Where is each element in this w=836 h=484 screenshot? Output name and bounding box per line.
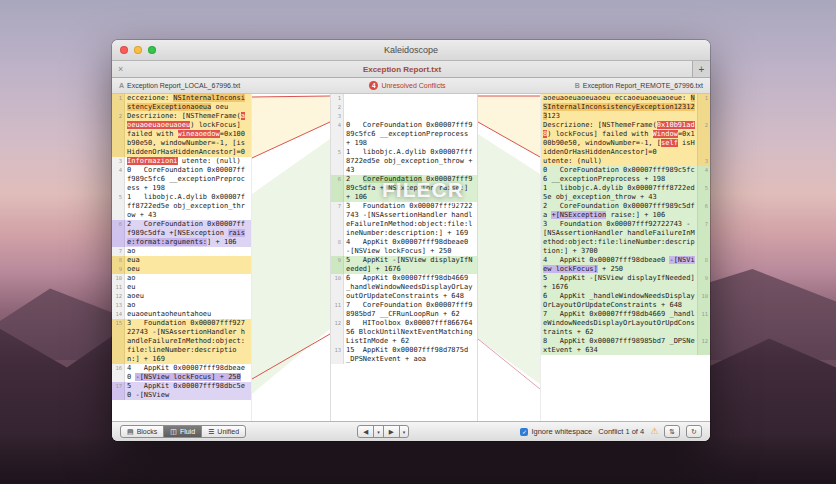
code-line[interactable]: 3 [331, 112, 477, 121]
code-line[interactable]: 117 AppKit 0x00007fff98db4669 _handleWin… [541, 310, 710, 337]
code-line[interactable]: 12aoeu [112, 292, 251, 301]
line-text: utente: (null) [541, 157, 697, 166]
code-line[interactable]: 40 CoreFoundation 0x00007fff989c5fc6 __e… [331, 121, 477, 148]
code-line[interactable]: 1eccezione: NSInternalInconsistencyExcep… [112, 94, 251, 112]
unified-icon: ☰ [208, 428, 214, 436]
line-text: 5 AppKit -[NSView displayIfNeeded] + 167… [344, 256, 477, 274]
code-line[interactable]: 128 HIToolbox 0x00007fff86676456 BlockUn… [331, 319, 477, 346]
conflict-nav-button[interactable]: ⇅ [664, 425, 680, 438]
next-change-dropdown[interactable]: ▾ [400, 426, 409, 437]
code-line[interactable]: 11eu [112, 283, 251, 292]
close-tab-icon[interactable]: × [118, 65, 123, 74]
line-text: Descrizione: [NSThemeFrame(aoeuaoeuaoeua… [125, 112, 251, 157]
checkbox-check-icon: ✓ [520, 428, 528, 436]
line-text: 4 AppKit 0x00007fff98dbeae0 -[NSView loc… [344, 238, 477, 256]
code-line[interactable]: 2 [331, 103, 477, 112]
file-a-header[interactable]: A Exception Report_LOCAL_67996.txt [119, 82, 240, 89]
view-mode-unified[interactable]: ☰ Unified [202, 426, 245, 437]
code-line[interactable]: 153 Foundation 0x00007fff92722743 -[NSAs… [112, 319, 251, 364]
code-line[interactable]: 62 CoreFoundation 0x00007fff989c5dfa +[N… [112, 220, 251, 247]
line-number: 13 [331, 346, 344, 364]
line-number: 12 [112, 292, 125, 301]
previous-change-dropdown[interactable]: ▾ [374, 426, 384, 437]
line-text: aoeuaoeuaoeuaoeu eccaoeuaoeuaoeue: NSInt… [541, 94, 697, 121]
conflicts-indicator[interactable]: 4 Unresolved Conflicts [369, 81, 445, 90]
code-line[interactable]: 62 CoreFoundation 0x00007fff989c5dfa +[N… [541, 202, 710, 220]
view-mode-fluid[interactable]: ◫ Fluid [164, 426, 202, 437]
line-number: 4 [112, 166, 125, 193]
code-line[interactable]: 95 AppKit -[NSView displayIfNeeded] + 16… [331, 256, 477, 274]
file-b-header[interactable]: B Exception Report_REMOTE_67996.txt [575, 82, 703, 89]
line-text: ao [125, 301, 251, 310]
code-line[interactable]: 10ao [112, 274, 251, 283]
file-b-name: Exception Report_REMOTE_67996.txt [583, 82, 703, 89]
pane-merged[interactable]: 1 2 3 40 CoreFoundation 0x00007fff989c5f… [330, 94, 478, 421]
zoom-window-button[interactable] [148, 46, 156, 54]
view-mode-blocks[interactable]: ▤ Blocks [121, 426, 164, 437]
code-line[interactable]: 51 libobjc.A.dylib 0x00007fff8722ed5e ob… [331, 148, 477, 175]
pane-a[interactable]: 1eccezione: NSInternalInconsistencyExcep… [112, 94, 252, 421]
code-line[interactable]: 164 AppKit 0x00007fff98dbeae0 -[NSView l… [112, 364, 251, 382]
next-change-icon: ▶ [389, 428, 394, 436]
code-line[interactable]: 1aoeuaoeuaoeuaoeu eccaoeuaoeuaoeue: NSIn… [541, 94, 710, 121]
code-line[interactable]: 73 Foundation 0x00007fff92722743 -[NSAss… [541, 220, 710, 256]
line-text: ao [125, 274, 251, 283]
previous-change-button[interactable]: ◀ [358, 426, 374, 437]
change-navigation-group: ◀ ▾ ▶ ▾ [357, 425, 409, 438]
code-line[interactable]: 40 CoreFoundation 0x00007fff989c5fc6 __e… [112, 166, 251, 193]
line-text: aoeu [125, 292, 251, 301]
code-line[interactable]: 2Descrizione: [NSThemeFrame(0x10b91ad8) … [541, 121, 710, 157]
code-line[interactable]: 62 CoreFoundation 0x00007fff989c5dfa +[N… [331, 175, 477, 202]
code-line[interactable]: 40 CoreFoundation 0x00007fff989c5fc6 __e… [541, 166, 710, 184]
code-line[interactable]: 1 [331, 94, 477, 103]
line-number: 10 [112, 274, 125, 283]
code-line[interactable]: 117 CoreFoundation 0x00007fff98985bd7 __… [331, 301, 477, 319]
line-text: eu [125, 283, 251, 292]
code-line[interactable]: 73 Foundation 0x00007fff92722743 -[NSAss… [331, 202, 477, 238]
line-number: 7 [697, 220, 710, 256]
pane-b[interactable]: 1aoeuaoeuaoeuaoeu eccaoeuaoeuaoeue: NSIn… [540, 94, 710, 421]
code-line[interactable]: 84 AppKit 0x00007fff98dbeae0 -[NSView lo… [331, 238, 477, 256]
code-line[interactable]: 13ao [112, 301, 251, 310]
code-line[interactable]: 51 libobjc.A.dylib 0x00007fff8722ed5e ob… [541, 184, 710, 202]
code-line[interactable]: 106 AppKit _handleWindowNeedsDisplayOrLa… [541, 292, 710, 310]
code-line[interactable]: 9oeu [112, 265, 251, 274]
bottom-toolbar: ▤ Blocks ◫ Fluid ☰ Unified ◀ ▾ [112, 421, 710, 441]
tab-exception-report[interactable]: × Exception Report.txt [112, 61, 692, 77]
minimize-window-button[interactable] [134, 46, 142, 54]
line-text: 5 AppKit 0x00007fff98dbc5e0 -[NSView [125, 382, 251, 400]
code-line[interactable]: 3utente: (null) [541, 157, 710, 166]
code-line[interactable]: 7ao [112, 247, 251, 256]
code-line[interactable]: 8eua [112, 256, 251, 265]
view-mode-blocks-label: Blocks [137, 428, 158, 435]
line-number: 2 [112, 112, 125, 157]
line-number: 3 [697, 157, 710, 166]
conflicts-label: Unresolved Conflicts [381, 82, 445, 89]
code-line[interactable]: 84 AppKit 0x00007fff98dbeae0 -[NSView lo… [541, 256, 710, 274]
next-change-button[interactable]: ▶ [384, 426, 400, 437]
line-text: 2 CoreFoundation 0x00007fff989c5dfa +[NS… [344, 175, 477, 202]
connector-right-lines [478, 94, 540, 421]
code-line[interactable]: 106 AppKit 0x00007fff98db4669 _handleWin… [331, 274, 477, 301]
code-line[interactable]: 1315 AppKit 0x00007fff98d7875d _DPSNextE… [331, 346, 477, 364]
line-number: 11 [112, 283, 125, 292]
arrows-up-down-icon: ⇅ [669, 428, 675, 436]
code-line[interactable]: 14euaoeuntaoheuntahoeu [112, 310, 251, 319]
line-text: 6 AppKit 0x00007fff98db4669 _handleWindo… [344, 274, 477, 301]
foreground-ridge [0, 434, 836, 484]
code-line[interactable]: 95 AppKit -[NSView displayIfNeeded] + 16… [541, 274, 710, 292]
line-number: 14 [112, 310, 125, 319]
add-tab-button[interactable]: + [692, 61, 710, 77]
title-bar[interactable]: Kaleidoscope [112, 40, 710, 61]
line-number: 6 [697, 202, 710, 220]
line-text: 15 AppKit 0x00007fff98d7875d _DPSNextEve… [344, 346, 477, 364]
ignore-whitespace-checkbox[interactable]: ✓ Ignore whitespace [520, 427, 592, 436]
code-line[interactable]: 2Descrizione: [NSThemeFrame(aoeuaoeuaoeu… [112, 112, 251, 157]
refresh-comparison-button[interactable]: ↻ [686, 425, 702, 438]
code-line[interactable]: 128 AppKit 0x00007fff98985bd7 _DPSNextEv… [541, 337, 710, 355]
diff-content: 1eccezione: NSInternalInconsistencyExcep… [112, 94, 710, 421]
code-line[interactable]: 51 libobjc.A.dylib 0x00007fff8722ed5e ob… [112, 193, 251, 220]
code-line[interactable]: 3Informazioni utente: (null) [112, 157, 251, 166]
close-window-button[interactable] [120, 46, 128, 54]
code-line[interactable]: 175 AppKit 0x00007fff98dbc5e0 -[NSView [112, 382, 251, 400]
